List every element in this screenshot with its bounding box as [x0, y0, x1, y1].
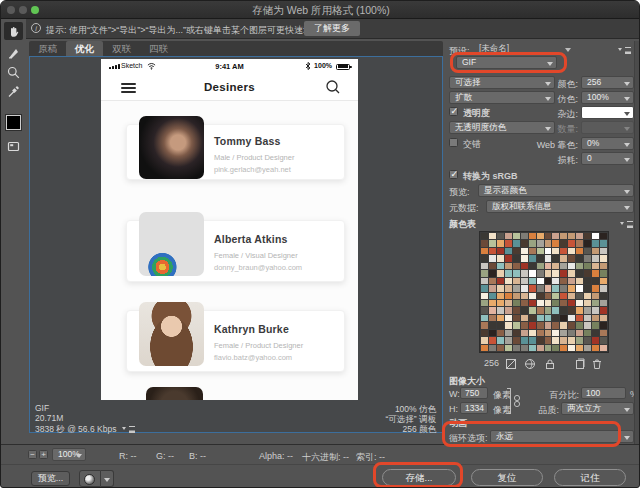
color-swatch[interactable] — [552, 322, 559, 328]
color-swatch[interactable] — [552, 263, 559, 269]
color-swatch[interactable] — [481, 248, 488, 254]
color-swatch[interactable] — [568, 270, 575, 276]
color-swatch[interactable] — [529, 248, 536, 254]
color-swatch[interactable] — [505, 263, 512, 269]
color-swatch[interactable] — [481, 293, 488, 299]
color-swatch[interactable] — [529, 315, 536, 321]
color-swatch[interactable] — [537, 285, 544, 291]
color-swatch[interactable] — [513, 255, 520, 261]
color-swatch[interactable] — [545, 300, 552, 306]
color-swatch[interactable] — [497, 255, 504, 261]
color-swatch[interactable] — [489, 263, 496, 269]
tab-original[interactable]: 原稿 — [29, 41, 66, 56]
color-swatch[interactable] — [584, 293, 591, 299]
color-swatch[interactable] — [513, 307, 520, 313]
tab-2up[interactable]: 双联 — [103, 41, 140, 56]
color-swatch[interactable] — [552, 293, 559, 299]
color-swatch[interactable] — [600, 300, 607, 306]
color-swatch[interactable] — [576, 337, 583, 343]
lossy-select[interactable]: 0 — [581, 152, 634, 165]
color-swatch[interactable] — [600, 293, 607, 299]
color-swatch[interactable] — [600, 337, 607, 343]
color-swatch[interactable] — [552, 240, 559, 246]
web-snap-select[interactable]: 0% — [581, 137, 634, 150]
color-swatch[interactable] — [552, 307, 559, 313]
color-swatch[interactable] — [576, 322, 583, 328]
color-swatch[interactable] — [576, 248, 583, 254]
color-swatch[interactable] — [560, 270, 567, 276]
color-swatch[interactable] — [592, 315, 599, 321]
color-swatch[interactable] — [489, 278, 496, 284]
eyedropper-tool-button[interactable] — [4, 82, 23, 100]
lock-color-icon[interactable] — [544, 356, 556, 368]
color-swatch[interactable] — [529, 285, 536, 291]
color-swatch[interactable] — [576, 263, 583, 269]
color-swatch[interactable] — [481, 345, 488, 351]
preview-mode-select[interactable]: 显示器颜色 — [478, 184, 634, 197]
color-swatch[interactable] — [576, 307, 583, 313]
color-swatch[interactable] — [568, 307, 575, 313]
color-swatch[interactable] — [600, 240, 607, 246]
color-swatch[interactable] — [560, 330, 567, 336]
color-swatch[interactable] — [529, 322, 536, 328]
foreground-color-swatch[interactable] — [6, 115, 21, 130]
color-swatch[interactable] — [537, 322, 544, 328]
color-swatch[interactable] — [584, 278, 591, 284]
color-swatch[interactable] — [529, 270, 536, 276]
color-swatch[interactable] — [568, 233, 575, 239]
color-swatch[interactable] — [481, 315, 488, 321]
metadata-select[interactable]: 版权和联系信息 — [486, 200, 634, 213]
color-swatch[interactable] — [497, 233, 504, 239]
color-swatch[interactable] — [521, 263, 528, 269]
color-swatch[interactable] — [576, 345, 583, 351]
color-swatch[interactable] — [568, 255, 575, 261]
color-swatch[interactable] — [521, 337, 528, 343]
color-swatch[interactable] — [552, 270, 559, 276]
color-swatch[interactable] — [537, 345, 544, 351]
color-swatch[interactable] — [521, 255, 528, 261]
color-swatch[interactable] — [545, 330, 552, 336]
color-swatch[interactable] — [537, 300, 544, 306]
color-swatch[interactable] — [521, 270, 528, 276]
color-swatch[interactable] — [481, 300, 488, 306]
color-swatch[interactable] — [560, 300, 567, 306]
color-swatch[interactable] — [513, 322, 520, 328]
color-swatch[interactable] — [584, 330, 591, 336]
color-swatch[interactable] — [529, 263, 536, 269]
remember-button[interactable]: 记住 — [554, 469, 626, 486]
color-swatch[interactable] — [505, 240, 512, 246]
color-swatch[interactable] — [560, 255, 567, 261]
color-swatch[interactable] — [537, 337, 544, 343]
color-swatch[interactable] — [489, 300, 496, 306]
optimized-preview-canvas[interactable]: Sketch 9:41 AM 100% Desiners Tommy Bass … — [29, 56, 443, 433]
color-swatch[interactable] — [529, 278, 536, 284]
color-swatch[interactable] — [537, 248, 544, 254]
color-swatch[interactable] — [497, 248, 504, 254]
color-table-menu-icon[interactable] — [620, 219, 633, 228]
zoom-in-button[interactable]: + — [39, 450, 48, 459]
color-swatch[interactable] — [560, 263, 567, 269]
color-swatch[interactable] — [505, 293, 512, 299]
color-swatch[interactable] — [545, 337, 552, 343]
color-swatch[interactable] — [592, 337, 599, 343]
color-swatch[interactable] — [537, 240, 544, 246]
color-swatch[interactable] — [489, 330, 496, 336]
color-swatch[interactable] — [513, 337, 520, 343]
color-swatch[interactable] — [481, 233, 488, 239]
color-swatch[interactable] — [497, 345, 504, 351]
color-swatch[interactable] — [529, 300, 536, 306]
color-swatch[interactable] — [568, 248, 575, 254]
color-swatch[interactable] — [552, 233, 559, 239]
color-table-grid[interactable] — [479, 231, 609, 353]
color-swatch[interactable] — [600, 255, 607, 261]
color-swatch[interactable] — [600, 307, 607, 313]
color-swatch[interactable] — [600, 263, 607, 269]
color-swatch[interactable] — [521, 240, 528, 246]
color-swatch[interactable] — [560, 248, 567, 254]
color-swatch[interactable] — [497, 330, 504, 336]
color-swatch[interactable] — [552, 315, 559, 321]
color-swatch[interactable] — [592, 330, 599, 336]
color-swatch[interactable] — [513, 270, 520, 276]
color-swatch[interactable] — [505, 248, 512, 254]
color-swatch[interactable] — [560, 307, 567, 313]
